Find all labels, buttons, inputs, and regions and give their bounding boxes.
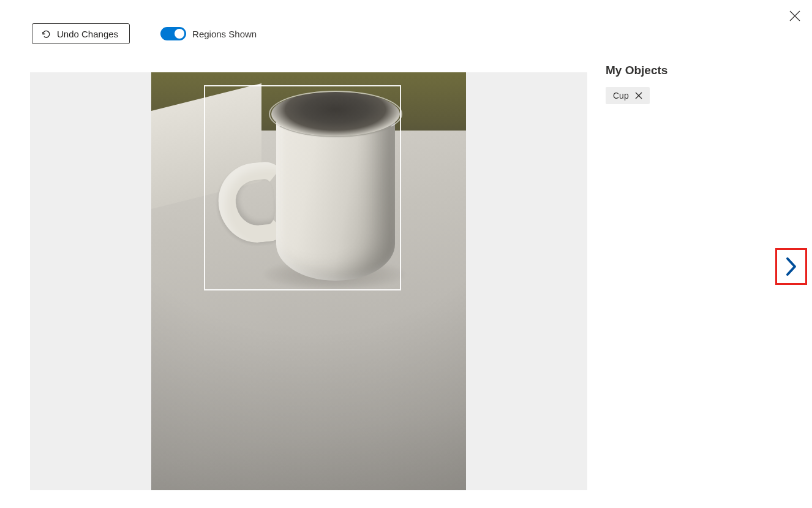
objects-panel: My Objects Cup: [606, 64, 789, 104]
regions-toggle-group: Regions Shown: [160, 27, 257, 40]
object-tag-label: Cup: [613, 91, 629, 100]
training-image[interactable]: [151, 72, 466, 490]
image-canvas[interactable]: [30, 72, 587, 490]
close-icon: [789, 10, 800, 21]
next-image-button[interactable]: [775, 248, 807, 285]
regions-toggle-label: Regions Shown: [192, 29, 257, 39]
undo-label: Undo Changes: [57, 29, 118, 39]
undo-changes-button[interactable]: Undo Changes: [32, 23, 130, 44]
region-bounding-box[interactable]: [204, 85, 401, 290]
regions-toggle[interactable]: [160, 27, 186, 40]
chevron-right-icon: [784, 256, 798, 277]
toggle-knob: [175, 29, 184, 39]
toolbar: Undo Changes Regions Shown: [32, 23, 257, 44]
close-icon: [635, 92, 642, 99]
objects-panel-title: My Objects: [606, 64, 789, 77]
remove-tag-button[interactable]: [634, 91, 644, 100]
object-tag[interactable]: Cup: [606, 87, 650, 104]
undo-icon: [41, 29, 51, 39]
close-button[interactable]: [788, 9, 802, 23]
